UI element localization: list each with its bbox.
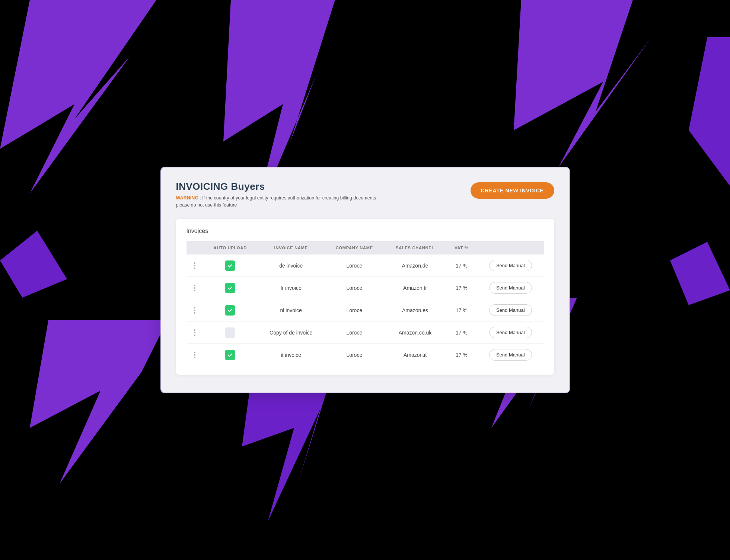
sales-channel-cell: Amazon.it	[384, 344, 446, 366]
send-manual-button[interactable]: Send Manual	[489, 304, 532, 316]
col-invoice-name: INVOICE NAME	[258, 241, 324, 255]
row-menu-cell	[187, 255, 203, 277]
checkbox-checked[interactable]	[225, 305, 235, 316]
col-action	[477, 241, 544, 255]
send-manual-button[interactable]: Send Manual	[489, 327, 532, 338]
checkbox-checked[interactable]	[225, 260, 235, 271]
send-manual-button[interactable]: Send Manual	[489, 282, 532, 294]
row-menu-cell	[187, 344, 203, 366]
action-cell: Send Manual	[477, 277, 544, 299]
auto-upload-cell	[203, 344, 258, 366]
sales-channel-cell: Amazon.es	[384, 299, 446, 321]
header-left: INVOICING Buyers WARNING : If the countr…	[176, 181, 385, 209]
svg-marker-0	[0, 0, 156, 193]
company-name-cell: Loroce	[324, 344, 384, 366]
table-row: de invoiceLoroceAmazon.de17 %Send Manual	[187, 255, 544, 277]
table-body: de invoiceLoroceAmazon.de17 %Send Manual…	[187, 255, 544, 366]
col-menu	[187, 241, 203, 255]
svg-marker-4	[30, 320, 168, 484]
col-vat: VAT %	[446, 241, 477, 255]
dots-menu[interactable]	[192, 305, 197, 315]
send-manual-button[interactable]: Send Manual	[489, 260, 532, 271]
checkbox-checked[interactable]	[225, 350, 235, 360]
sales-channel-cell: Amazon.de	[384, 255, 446, 277]
sales-channel-cell: Amazon.co.uk	[384, 321, 446, 344]
table-header: AUTO UPLOAD INVOICE NAME COMPANY NAME SA…	[187, 241, 544, 255]
col-auto-upload: AUTO UPLOAD	[203, 241, 258, 255]
dots-menu[interactable]	[192, 283, 197, 293]
invoice-name-cell: nl invoice	[258, 299, 324, 321]
table-row: fr invoiceLoroceAmazon.fr17 %Send Manual	[187, 277, 544, 299]
vat-cell: 17 %	[446, 277, 477, 299]
send-manual-button[interactable]: Send Manual	[489, 349, 532, 361]
auto-upload-cell	[203, 299, 258, 321]
table-row: it invoiceLoroceAmazon.it17 %Send Manual	[187, 344, 544, 366]
table-header-row: AUTO UPLOAD INVOICE NAME COMPANY NAME SA…	[187, 241, 544, 255]
table-row: nl invoiceLoroceAmazon.es17 %Send Manual	[187, 299, 544, 321]
vat-cell: 17 %	[446, 344, 477, 366]
action-cell: Send Manual	[477, 255, 544, 277]
page-title: INVOICING Buyers	[176, 181, 385, 192]
invoice-name-cell: fr invoice	[258, 277, 324, 299]
invoice-name-cell: de invoice	[258, 255, 324, 277]
warning-label: WARNING	[176, 195, 198, 201]
create-invoice-button[interactable]: CREATE NEW INVOICE	[471, 182, 554, 199]
vat-cell: 17 %	[446, 321, 477, 344]
col-sales-channel: SALES CHANNEL	[384, 241, 446, 255]
vat-cell: 17 %	[446, 255, 477, 277]
svg-marker-3	[689, 37, 730, 186]
row-menu-cell	[187, 277, 203, 299]
action-cell: Send Manual	[477, 321, 544, 344]
auto-upload-cell	[203, 321, 258, 344]
auto-upload-cell	[203, 255, 258, 277]
invoice-name-cell: it invoice	[258, 344, 324, 366]
row-menu-cell	[187, 321, 203, 344]
dots-menu[interactable]	[192, 350, 197, 360]
auto-upload-cell	[203, 277, 258, 299]
action-cell: Send Manual	[477, 299, 544, 321]
company-name-cell: Loroce	[324, 321, 384, 344]
main-card: INVOICING Buyers WARNING : If the countr…	[160, 167, 570, 394]
vat-cell: 17 %	[446, 299, 477, 321]
row-menu-cell	[187, 299, 203, 321]
svg-marker-8	[670, 242, 730, 305]
checkbox-checked[interactable]	[225, 283, 235, 293]
dots-menu[interactable]	[192, 328, 197, 337]
col-company-name: COMPANY NAME	[324, 241, 384, 255]
company-name-cell: Loroce	[324, 255, 384, 277]
invoices-section: Invoices AUTO UPLOAD INVOICE NAME COMPAN…	[176, 219, 554, 375]
dots-menu[interactable]	[192, 261, 197, 271]
action-cell: Send Manual	[477, 344, 544, 366]
svg-marker-2	[514, 0, 651, 167]
invoices-title: Invoices	[187, 228, 544, 234]
invoice-name-cell: Copy of de invoice	[258, 321, 324, 344]
sales-channel-cell: Amazon.fr	[384, 277, 446, 299]
card-header: INVOICING Buyers WARNING : If the countr…	[176, 181, 554, 209]
invoices-table: AUTO UPLOAD INVOICE NAME COMPANY NAME SA…	[187, 241, 544, 366]
table-row: Copy of de invoiceLoroceAmazon.co.uk17 %…	[187, 321, 544, 344]
warning-body: : If the country of your legal entity re…	[176, 195, 376, 208]
checkbox-unchecked[interactable]	[225, 327, 235, 338]
company-name-cell: Loroce	[324, 299, 384, 321]
warning-message: WARNING : If the country of your legal e…	[176, 195, 385, 209]
company-name-cell: Loroce	[324, 277, 384, 299]
svg-marker-7	[0, 231, 67, 298]
